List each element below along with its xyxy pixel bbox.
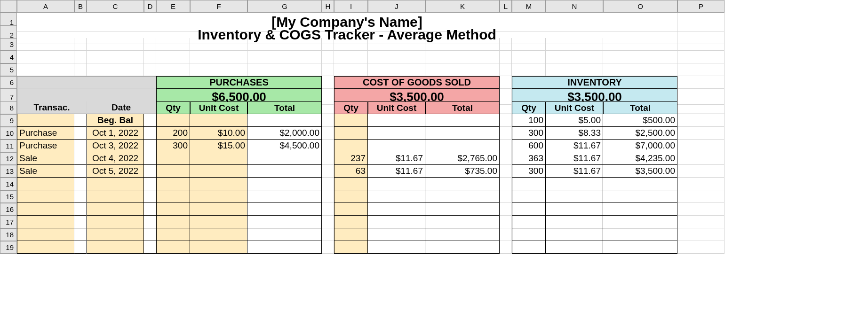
- cell[interactable]: [500, 63, 512, 76]
- cogs-qty-cell[interactable]: [334, 127, 368, 140]
- cell[interactable]: [677, 241, 725, 254]
- cell[interactable]: [546, 51, 603, 63]
- date-cell[interactable]: Oct 5, 2022: [87, 165, 144, 178]
- cell[interactable]: [87, 38, 144, 51]
- cell[interactable]: [74, 140, 87, 152]
- cogs-total-cell[interactable]: [425, 178, 500, 190]
- cogs-total-cell[interactable]: $735.00: [425, 165, 500, 178]
- date-cell[interactable]: [87, 216, 144, 228]
- purch-qty-cell[interactable]: [156, 228, 190, 241]
- row-header-5[interactable]: 5: [0, 63, 17, 76]
- cell[interactable]: [190, 38, 247, 51]
- transac-cell[interactable]: [17, 190, 74, 203]
- cogs-unit-cell[interactable]: [368, 216, 425, 228]
- cogs-qty-cell[interactable]: [334, 140, 368, 152]
- cell[interactable]: [322, 38, 334, 51]
- cell[interactable]: [74, 241, 87, 254]
- inv-qty-cell[interactable]: [512, 241, 546, 254]
- row-header-10[interactable]: 10: [0, 127, 17, 140]
- cell[interactable]: [500, 127, 512, 140]
- inv-unit-cell[interactable]: [546, 178, 603, 190]
- cell[interactable]: [677, 140, 725, 152]
- cell[interactable]: [677, 101, 725, 114]
- cell[interactable]: [512, 63, 546, 76]
- cogs-total-cell[interactable]: $2,765.00: [425, 152, 500, 165]
- cell[interactable]: [247, 38, 322, 51]
- inv-total-cell[interactable]: $500.00: [603, 114, 677, 127]
- purch-unit-cell[interactable]: [190, 114, 247, 127]
- transac-cell[interactable]: [17, 216, 74, 228]
- row-header-11[interactable]: 11: [0, 140, 17, 152]
- row-header-18[interactable]: 18: [0, 228, 17, 241]
- col-header-L[interactable]: L: [500, 0, 512, 13]
- cell[interactable]: [677, 178, 725, 190]
- transac-cell[interactable]: [17, 203, 74, 216]
- cogs-qty-cell[interactable]: [334, 203, 368, 216]
- cogs-qty-cell[interactable]: [334, 178, 368, 190]
- purch-total-cell[interactable]: $4,500.00: [247, 140, 322, 152]
- cell[interactable]: [74, 51, 87, 63]
- cell[interactable]: [322, 152, 334, 165]
- cell[interactable]: [500, 114, 512, 127]
- cell[interactable]: [603, 51, 677, 63]
- cell[interactable]: [144, 178, 156, 190]
- cogs-qty-cell[interactable]: 237: [334, 152, 368, 165]
- row-header-19[interactable]: 19: [0, 241, 17, 254]
- col-header-H[interactable]: H: [322, 0, 334, 13]
- cell[interactable]: [144, 190, 156, 203]
- date-cell[interactable]: [87, 178, 144, 190]
- row-header-9[interactable]: 9: [0, 114, 17, 127]
- cell[interactable]: [322, 190, 334, 203]
- cell[interactable]: [322, 165, 334, 178]
- date-cell[interactable]: Oct 4, 2022: [87, 152, 144, 165]
- cell[interactable]: [144, 216, 156, 228]
- date-cell[interactable]: [87, 203, 144, 216]
- cell[interactable]: [322, 203, 334, 216]
- cell[interactable]: [144, 140, 156, 152]
- cell[interactable]: [677, 63, 725, 76]
- cell[interactable]: [322, 127, 334, 140]
- cell[interactable]: [74, 203, 87, 216]
- cell[interactable]: [322, 178, 334, 190]
- cell[interactable]: [247, 51, 322, 63]
- inv-unit-cell[interactable]: [546, 203, 603, 216]
- cell[interactable]: [546, 38, 603, 51]
- col-header-I[interactable]: I: [334, 0, 368, 13]
- inv-qty-cell[interactable]: 100: [512, 114, 546, 127]
- col-header-P[interactable]: P: [677, 0, 725, 13]
- cell[interactable]: [512, 38, 546, 51]
- purch-qty-cell[interactable]: [156, 190, 190, 203]
- cogs-unit-cell[interactable]: $11.67: [368, 152, 425, 165]
- cell[interactable]: [74, 178, 87, 190]
- cell[interactable]: [677, 127, 725, 140]
- inv-qty-cell[interactable]: 600: [512, 140, 546, 152]
- cell[interactable]: [74, 152, 87, 165]
- col-header-C[interactable]: C: [87, 0, 144, 13]
- cogs-qty-cell[interactable]: [334, 228, 368, 241]
- transac-cell[interactable]: Purchase: [17, 140, 74, 152]
- cell[interactable]: [322, 114, 334, 127]
- cell[interactable]: [156, 63, 190, 76]
- cell[interactable]: [144, 165, 156, 178]
- cell[interactable]: [322, 228, 334, 241]
- cell[interactable]: [500, 203, 512, 216]
- inv-unit-cell[interactable]: $8.33: [546, 127, 603, 140]
- cogs-unit-cell[interactable]: $11.67: [368, 165, 425, 178]
- cell[interactable]: [144, 127, 156, 140]
- purch-total-cell[interactable]: $2,000.00: [247, 127, 322, 140]
- cell[interactable]: [322, 101, 334, 114]
- cell[interactable]: [500, 101, 512, 114]
- cell[interactable]: [425, 51, 500, 63]
- date-cell[interactable]: [87, 228, 144, 241]
- cogs-total-cell[interactable]: [425, 114, 500, 127]
- date-cell[interactable]: [87, 190, 144, 203]
- cogs-unit-cell[interactable]: [368, 114, 425, 127]
- col-header-F[interactable]: F: [190, 0, 247, 13]
- cogs-total-cell[interactable]: [425, 203, 500, 216]
- cell[interactable]: [156, 51, 190, 63]
- cell[interactable]: [425, 38, 500, 51]
- cell[interactable]: [500, 152, 512, 165]
- cell[interactable]: [74, 38, 87, 51]
- inv-qty-cell[interactable]: 363: [512, 152, 546, 165]
- cogs-unit-cell[interactable]: [368, 127, 425, 140]
